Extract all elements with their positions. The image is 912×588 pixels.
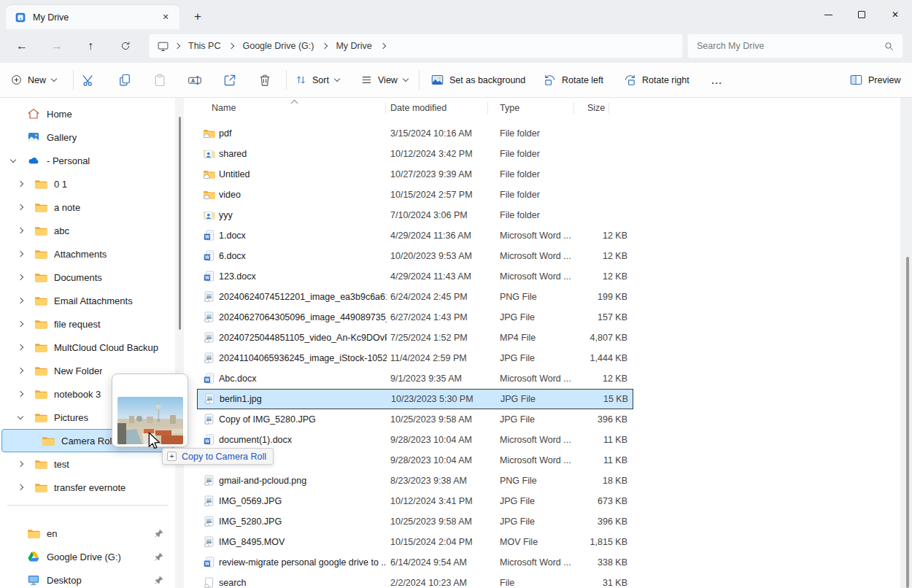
file-row-document-1-docx[interactable]: document(1).docx9/28/2023 10:04 AMMicros…	[197, 430, 633, 450]
preview-toggle-button[interactable]: Preview	[845, 63, 905, 97]
more-options-button[interactable]: …	[706, 63, 727, 97]
chevron-right-icon[interactable]	[18, 181, 23, 187]
sidebar-item-abc[interactable]: abc	[1, 219, 174, 242]
new-tab-button[interactable]: +	[188, 7, 207, 26]
chevron-down-icon[interactable]	[18, 413, 23, 419]
column-header-date-modified[interactable]: Date modified	[390, 98, 447, 118]
sidebar-item-camera-roll[interactable]: Camera Roll	[1, 429, 174, 452]
chevron-right-icon[interactable]	[18, 368, 23, 374]
file-row-review-migrate-personal-google-drive-to[interactable]: review-migrate personal google drive to …	[197, 552, 633, 573]
file-date-modified: 8/23/2023 9:38 AM	[390, 471, 492, 491]
file-row-20240627064305096-image-449089735-15[interactable]: 20240627064305096_image_449089735_15...6…	[197, 307, 633, 328]
close-tab-icon[interactable]: ✕	[158, 9, 174, 26]
file-row-shared[interactable]: shared10/12/2024 3:42 PMFile folder	[197, 144, 633, 164]
file-row-pdf[interactable]: pdf3/15/2024 10:16 AMFile folder	[197, 123, 633, 144]
chevron-right-icon[interactable]	[18, 274, 23, 280]
file-row-img-5280-jpg[interactable]: IMG_5280.JPG10/25/2023 9:58 AMJPG File39…	[197, 511, 633, 532]
view-label: View	[378, 75, 398, 85]
chevron-right-icon[interactable]	[18, 321, 23, 327]
file-row-6-docx[interactable]: 6.docx10/20/2023 9:53 AMMicrosoft Word .…	[197, 246, 633, 266]
view-button[interactable]: View	[356, 63, 412, 97]
sidebar-item-notebook-3[interactable]: notebook 3	[1, 382, 174, 406]
chevron-right-icon[interactable]	[18, 298, 23, 303]
sidebar-item-documents[interactable]: Documents	[1, 266, 174, 289]
file-date-modified: 10/12/2024 3:41 PM	[390, 491, 492, 511]
file-row-1-docx[interactable]: 1.docx4/29/2024 11:36 AMMicrosoft Word .…	[197, 225, 633, 246]
file-row-20241104065936245-image-istock-10528[interactable]: 20241104065936245_image_iStock-10528...1…	[197, 348, 633, 368]
paste-button[interactable]	[148, 63, 171, 97]
forward-button[interactable]: →	[45, 35, 69, 57]
delete-button[interactable]	[253, 63, 277, 97]
list-scrollbar-thumb[interactable]	[906, 257, 909, 588]
cut-button[interactable]	[77, 63, 101, 97]
file-row-img-0569-jpg[interactable]: IMG_0569.JPG10/12/2024 3:41 PMJPG File67…	[197, 491, 633, 511]
sidebar-item-attachments[interactable]: Attachments	[1, 242, 174, 266]
breadcrumb[interactable]: This PC Google Drive (G:) My Drive	[149, 34, 683, 58]
chevron-right-icon[interactable]	[18, 391, 23, 397]
file-row-gmail-and-pcloud-png[interactable]: gmail-and-pcloud.png8/23/2023 9:38 AMPNG…	[197, 471, 633, 491]
file-row-yyy[interactable]: yyy7/10/2024 3:06 PMFile folder	[197, 205, 633, 225]
up-button[interactable]: ↑	[79, 35, 102, 57]
column-divider[interactable]	[573, 102, 574, 114]
sidebar-item-new-folder[interactable]: New Folder	[1, 359, 174, 382]
file-row-untitled[interactable]: Untitled10/27/2023 9:39 AMFile folder	[197, 164, 633, 185]
sidebar-item-label: Documents	[54, 272, 102, 283]
sidebar-item-a-note[interactable]: a note	[1, 196, 174, 219]
sidebar-item-0-1[interactable]: 0 1	[1, 172, 174, 196]
breadcrumb-this-pc[interactable]: This PC	[185, 41, 223, 51]
sidebar-item-test[interactable]: test	[1, 452, 174, 476]
sidebar-item-transfer-evernote[interactable]: transfer evernote	[1, 476, 174, 499]
chevron-down-icon[interactable]	[10, 156, 16, 162]
sidebar-item-personal[interactable]: - Personal	[1, 149, 174, 172]
chevron-right-icon[interactable]	[18, 251, 23, 257]
column-header-size[interactable]: Size	[587, 98, 605, 118]
sidebar-scrollbar-thumb[interactable]	[179, 117, 181, 330]
sidebar-item-google-drive-g[interactable]: Google Drive (G:)	[1, 545, 174, 568]
chevron-right-icon[interactable]	[18, 344, 23, 350]
refresh-button[interactable]	[114, 35, 137, 57]
chevron-right-icon[interactable]	[18, 484, 23, 490]
file-row-abc-docx[interactable]: Abc.docx9/1/2023 9:35 AMMicrosoft Word .…	[197, 368, 633, 389]
back-button[interactable]: ←	[10, 35, 34, 57]
breadcrumb-my-drive[interactable]: My Drive	[333, 41, 374, 51]
rotate-right-button[interactable]: Rotate right	[619, 63, 694, 97]
close-button[interactable]: ✕	[878, 0, 912, 29]
file-row-20240624074512201-image-ea3b9c6a61-p[interactable]: 20240624074512201_image_ea3b9c6a61.p...6…	[197, 287, 633, 307]
tab-my-drive[interactable]: My Drive ✕	[6, 5, 179, 29]
share-button[interactable]	[218, 63, 241, 97]
minimize-button[interactable]	[811, 0, 845, 29]
file-row-docx[interactable]: .docx9/28/2023 10:04 AMMicrosoft Word ..…	[197, 450, 633, 471]
set-as-background-button[interactable]: Set as background	[426, 63, 530, 97]
sidebar-item-desktop[interactable]: Desktop	[1, 568, 174, 588]
sidebar-item-en[interactable]: en	[1, 522, 174, 545]
file-row-20240725044851105-video-an-kc9dovpy[interactable]: 20240725044851105_video_An-Kc9DOvPy...7/…	[197, 328, 633, 348]
column-header-name[interactable]: Name	[212, 98, 236, 118]
sidebar-item-pictures[interactable]: Pictures	[1, 406, 174, 429]
maximize-button[interactable]	[845, 0, 878, 29]
file-row-img-8495-mov[interactable]: IMG_8495.MOV10/15/2024 2:04 PMMOV File1,…	[197, 532, 633, 552]
chevron-right-icon[interactable]	[18, 228, 23, 233]
column-divider[interactable]	[608, 102, 609, 114]
sidebar-item-multcloud-cloud-backup[interactable]: MultCloud Cloud Backup	[1, 336, 174, 359]
file-row-search[interactable]: search2/2/2024 10:23 AMFile31 KB	[197, 573, 633, 588]
rotate-left-button[interactable]: Rotate left	[538, 63, 608, 97]
chevron-right-icon[interactable]	[18, 461, 23, 467]
chevron-right-icon[interactable]	[18, 204, 23, 210]
file-row-123-docx[interactable]: 123.docx4/29/2024 11:43 AMMicrosoft Word…	[197, 266, 633, 287]
sort-button[interactable]: Sort	[290, 63, 344, 97]
breadcrumb-google-drive[interactable]: Google Drive (G:)	[239, 41, 317, 51]
column-header-type[interactable]: Type	[500, 98, 519, 118]
file-row-video[interactable]: video10/15/2024 2:57 PMFile folder	[197, 185, 633, 205]
sidebar-item-gallery[interactable]: Gallery	[1, 125, 174, 149]
column-divider[interactable]	[385, 102, 386, 114]
copy-button[interactable]	[113, 63, 136, 97]
rename-button[interactable]	[183, 63, 206, 97]
new-button[interactable]: New	[6, 63, 61, 97]
sidebar-item-file-request[interactable]: file request	[1, 312, 174, 336]
file-row-berlin1-jpg[interactable]: berlin1.jpg10/23/2023 5:30 PMJPG File15 …	[197, 389, 633, 409]
sidebar-item-home[interactable]: Home	[1, 102, 174, 125]
file-row-copy-of-img-5280-jpg[interactable]: Copy of IMG_5280.JPG10/25/2023 9:58 AMJP…	[197, 409, 633, 430]
column-divider[interactable]	[487, 102, 488, 114]
sidebar-item-email-attachments[interactable]: Email Attachments	[1, 289, 174, 312]
search-input[interactable]	[695, 40, 883, 52]
